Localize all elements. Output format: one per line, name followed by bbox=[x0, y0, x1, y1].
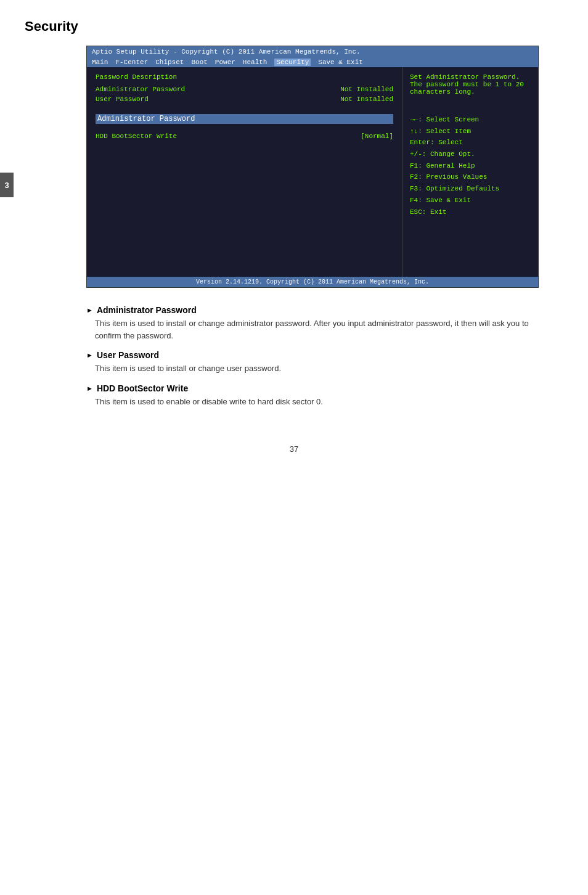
hdd-bootsector-heading: HDD BootSector Write bbox=[97, 383, 188, 393]
content-item-admin-password: ► Administrator Password This item is us… bbox=[86, 305, 539, 341]
user-password-desc: This item is used to install or change u… bbox=[95, 362, 539, 375]
sidebar-tab: 3 bbox=[0, 173, 14, 197]
arrow-icon-hdd: ► bbox=[86, 385, 93, 392]
bios-description: Set Administrator Password. The password… bbox=[410, 73, 531, 96]
user-password-label: User Password bbox=[96, 96, 149, 103]
admin-password-heading: Administrator Password bbox=[97, 305, 197, 315]
page-number: 37 bbox=[25, 444, 563, 454]
menu-health[interactable]: Health bbox=[243, 59, 267, 66]
admin-password-desc: This item is used to install or change a… bbox=[95, 317, 539, 341]
bios-screen: Aptio Setup Utility - Copyright (C) 2011… bbox=[86, 46, 539, 288]
admin-password-row: Administrator Password Not Installed bbox=[96, 86, 393, 93]
menu-security[interactable]: Security bbox=[274, 59, 311, 66]
menu-save-exit[interactable]: Save & Exit bbox=[318, 59, 363, 66]
desc-line-3: characters long. bbox=[410, 88, 531, 96]
content-item-user-password-title: ► User Password bbox=[86, 350, 539, 360]
admin-password-label: Administrator Password bbox=[96, 86, 185, 93]
bios-body: Password Description Administrator Passw… bbox=[87, 67, 538, 277]
bios-right-panel: Set Administrator Password. The password… bbox=[402, 67, 538, 277]
help-change-opt: +/-: Change Opt. bbox=[410, 149, 531, 160]
content-section: ► Administrator Password This item is us… bbox=[86, 305, 539, 407]
sidebar-tab-label: 3 bbox=[4, 181, 9, 190]
user-password-heading: User Password bbox=[97, 350, 159, 360]
menu-main[interactable]: Main bbox=[92, 59, 108, 66]
content-item-user-password: ► User Password This item is used to ins… bbox=[86, 350, 539, 375]
help-enter: Enter: Select bbox=[410, 137, 531, 149]
help-f1: F1: General Help bbox=[410, 160, 531, 172]
arrow-icon-admin: ► bbox=[86, 306, 93, 314]
hdd-bootsector-desc: This item is used to enable or disable w… bbox=[95, 396, 539, 408]
hdd-bootsector-label: HDD BootSector Write bbox=[96, 133, 177, 140]
arrow-icon-user: ► bbox=[86, 351, 93, 359]
content-item-admin-password-title: ► Administrator Password bbox=[86, 305, 539, 315]
admin-password-highlighted[interactable]: Administrator Password bbox=[96, 114, 393, 124]
user-password-value: Not Installed bbox=[340, 96, 393, 103]
page-title: Security bbox=[25, 18, 563, 35]
bios-title-bar: Aptio Setup Utility - Copyright (C) 2011… bbox=[87, 46, 538, 57]
menu-chipset[interactable]: Chipset bbox=[155, 59, 184, 66]
menu-boot[interactable]: Boot bbox=[191, 59, 207, 66]
desc-line-1: Set Administrator Password. bbox=[410, 73, 531, 81]
menu-fcenter[interactable]: F-Center bbox=[115, 59, 148, 66]
help-select-item: ↑↓: Select Item bbox=[410, 126, 531, 137]
desc-line-2: The password must be 1 to 20 bbox=[410, 81, 531, 88]
menu-power[interactable]: Power bbox=[215, 59, 235, 66]
password-description-label: Password Description bbox=[96, 73, 393, 81]
admin-password-value: Not Installed bbox=[340, 86, 393, 93]
bios-help-section: →←: Select Screen ↑↓: Select Item Enter:… bbox=[410, 114, 531, 218]
help-f3: F3: Optimized Defaults bbox=[410, 183, 531, 195]
help-f2: F2: Previous Values bbox=[410, 171, 531, 183]
content-item-hdd-bootsector-title: ► HDD BootSector Write bbox=[86, 383, 539, 393]
hdd-bootsector-row: HDD BootSector Write [Normal] bbox=[96, 133, 393, 140]
help-f4: F4: Save & Exit bbox=[410, 195, 531, 206]
user-password-row: User Password Not Installed bbox=[96, 96, 393, 103]
content-item-hdd-bootsector: ► HDD BootSector Write This item is used… bbox=[86, 383, 539, 408]
help-esc: ESC: Exit bbox=[410, 206, 531, 218]
bios-menu-bar[interactable]: Main F-Center Chipset Boot Power Health … bbox=[87, 57, 538, 67]
bios-left-panel: Password Description Administrator Passw… bbox=[87, 67, 402, 277]
hdd-bootsector-value: [Normal] bbox=[361, 133, 393, 140]
help-select-screen: →←: Select Screen bbox=[410, 114, 531, 126]
bios-footer: Version 2.14.1219. Copyright (C) 2011 Am… bbox=[87, 277, 538, 287]
